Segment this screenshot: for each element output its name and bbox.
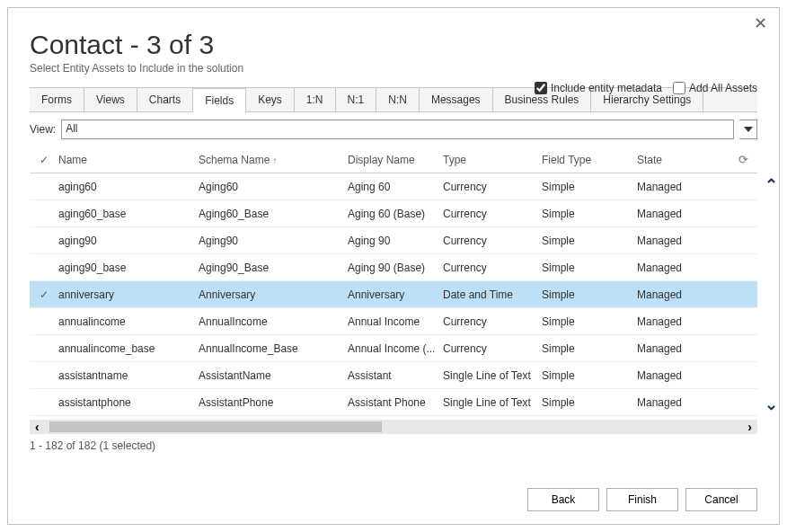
add-all-label: Add All Assets [689,82,757,94]
cell-type: Currency [443,342,542,355]
check-icon [40,235,49,247]
include-metadata-checkbox[interactable]: Include entity metadata [535,82,662,94]
check-icon [40,315,49,328]
view-label: View: [30,123,56,136]
add-all-checkbox[interactable]: Add All Assets [673,82,757,94]
check-icon [40,288,49,301]
add-all-input[interactable] [673,82,685,94]
cell-schema: Aging60_Base [199,208,348,220]
row-check[interactable] [30,262,58,274]
tab-1-n[interactable]: 1:N [295,88,336,111]
row-check[interactable] [30,288,58,301]
cell-type: Single Line of Text [443,369,542,382]
cell-type: Currency [443,262,542,274]
table-row[interactable]: aging60_baseAging60_BaseAging 60 (Base)C… [30,200,757,227]
cell-type: Currency [443,315,542,328]
finish-button[interactable]: Finish [606,488,678,511]
tab-charts[interactable]: Charts [137,88,193,111]
table-row[interactable]: assistantnameAssistantNameAssistantSingl… [30,362,757,389]
col-header-state[interactable]: State [637,154,727,166]
options-bar: Include entity metadata Add All Assets [535,82,757,94]
scroll-right-icon[interactable]: › [747,421,752,433]
refresh-icon[interactable]: ⟳ [738,153,748,166]
cell-fieldtype: Simple [542,369,637,382]
row-check[interactable] [30,369,58,382]
page-subtitle: Select Entity Assets to Include in the s… [30,62,757,75]
col-header-schema[interactable]: Schema Name↑ [199,154,348,166]
cell-display: Aging 60 [348,181,443,193]
cell-schema: AnnualIncome [199,315,348,328]
cell-fieldtype: Simple [542,288,637,301]
grid-wrap: Name Schema Name↑ Display Name Type Fiel… [30,146,757,452]
cell-fieldtype: Simple [542,262,637,274]
cell-type: Single Line of Text [443,396,542,409]
tab-n-1[interactable]: N:1 [336,88,377,111]
tab-keys[interactable]: Keys [246,88,295,111]
cell-fieldtype: Simple [542,181,637,193]
view-dropdown-button[interactable] [739,120,757,139]
cell-schema: AssistantPhone [199,396,348,409]
cell-name: aging60 [58,181,199,193]
cell-schema: AnnualIncome_Base [199,342,348,355]
col-header-name[interactable]: Name [58,154,199,166]
cell-schema: Anniversary [199,288,348,301]
check-icon [40,208,49,220]
table-row[interactable]: aging90_baseAging90_BaseAging 90 (Base)C… [30,254,757,281]
vertical-scrollbar[interactable]: ⌃ ⌄ [763,173,779,416]
cell-name: aging90 [58,235,199,247]
back-button[interactable]: Back [527,488,599,511]
cell-state: Managed [637,342,727,355]
cell-state: Managed [637,369,727,382]
grid-body: aging60Aging60Aging 60CurrencySimpleMana… [30,173,757,416]
cell-name: annualincome_base [58,342,199,355]
header-check-all[interactable] [30,154,58,166]
row-check[interactable] [30,315,58,328]
include-metadata-input[interactable] [535,82,547,94]
horizontal-scrollbar[interactable]: ‹ › [30,420,757,434]
cancel-button[interactable]: Cancel [685,488,757,511]
col-header-display[interactable]: Display Name [348,154,443,166]
scroll-down-icon[interactable]: ⌄ [765,398,778,411]
cell-schema: Aging60 [199,181,348,193]
table-row[interactable]: aging90Aging90Aging 90CurrencySimpleMana… [30,227,757,254]
table-row[interactable]: anniversaryAnniversaryAnniversaryDate an… [30,281,757,308]
table-row[interactable]: annualincome_baseAnnualIncome_BaseAnnual… [30,335,757,362]
row-check[interactable] [30,208,58,220]
cell-display: Assistant Phone [348,396,443,409]
include-metadata-label: Include entity metadata [551,82,662,94]
fields-grid: Name Schema Name↑ Display Name Type Fiel… [30,146,757,416]
cell-display: Aging 90 (Base) [348,262,443,274]
view-select[interactable]: All [61,120,734,139]
row-check[interactable] [30,235,58,247]
col-header-type[interactable]: Type [443,154,542,166]
cell-name: assistantphone [58,396,199,409]
cell-name: assistantname [58,369,199,382]
cell-display: Annual Income [348,315,443,328]
tab-messages[interactable]: Messages [420,88,493,111]
table-row[interactable]: aging60Aging60Aging 60CurrencySimpleMana… [30,173,757,200]
cell-state: Managed [637,396,727,409]
table-row[interactable]: annualincomeAnnualIncomeAnnual IncomeCur… [30,308,757,335]
footer-buttons: Back Finish Cancel [527,488,757,511]
cell-name: annualincome [58,315,199,328]
scroll-up-icon[interactable]: ⌃ [765,179,778,191]
col-header-fieldtype[interactable]: Field Type [542,154,637,166]
dialog-contact-assets: ✕ Contact - 3 of 3 Select Entity Assets … [7,7,780,525]
status-text: 1 - 182 of 182 (1 selected) [30,439,757,452]
row-check[interactable] [30,396,58,409]
row-check[interactable] [30,342,58,355]
tab-views[interactable]: Views [84,88,137,111]
table-row[interactable]: assistantphoneAssistantPhoneAssistant Ph… [30,389,757,416]
cell-state: Managed [637,235,727,247]
hscroll-thumb[interactable] [49,421,382,432]
close-icon[interactable]: ✕ [752,15,768,31]
cell-type: Date and Time [443,288,542,301]
tab-fields[interactable]: Fields [193,88,246,113]
tab-n-n[interactable]: N:N [376,88,420,111]
cell-fieldtype: Simple [542,315,637,328]
cell-state: Managed [637,288,727,301]
row-check[interactable] [30,181,58,193]
cell-fieldtype: Simple [542,208,637,220]
tab-forms[interactable]: Forms [30,88,84,111]
scroll-left-icon[interactable]: ‹ [35,421,40,433]
